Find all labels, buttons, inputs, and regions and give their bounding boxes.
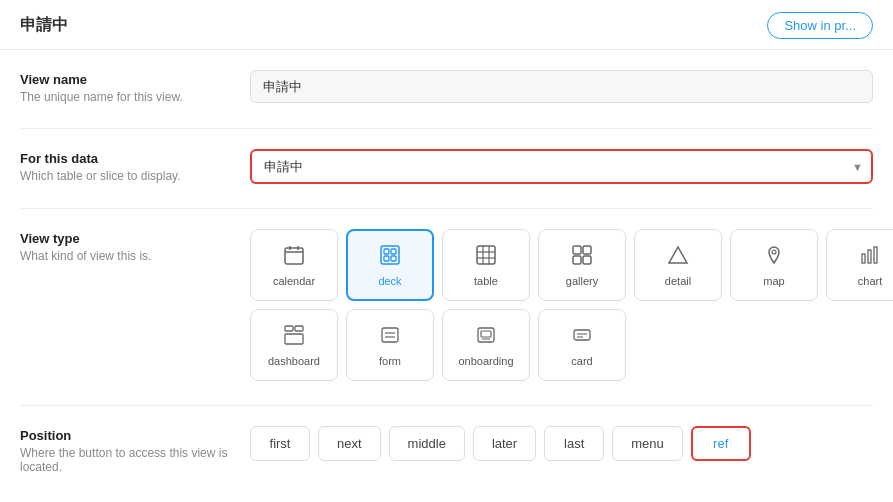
view-type-map-button[interactable]: map bbox=[730, 229, 818, 301]
svg-rect-17 bbox=[583, 256, 591, 264]
divider-3 bbox=[20, 405, 873, 406]
svg-rect-6 bbox=[391, 249, 396, 254]
view-type-deck-button[interactable]: deck bbox=[346, 229, 434, 301]
view-type-chart-button[interactable]: chart bbox=[826, 229, 893, 301]
detail-icon bbox=[667, 244, 689, 269]
content-area: View name The unique name for this view.… bbox=[0, 50, 893, 502]
map-label: map bbox=[763, 275, 784, 287]
position-desc: Where the button to access this view is … bbox=[20, 446, 250, 474]
svg-rect-30 bbox=[481, 331, 491, 337]
view-type-control: calendar deck table bbox=[250, 229, 893, 381]
chart-icon bbox=[859, 244, 881, 269]
calendar-icon bbox=[283, 244, 305, 269]
position-menu-button[interactable]: menu bbox=[612, 426, 683, 461]
view-type-card-button[interactable]: card bbox=[538, 309, 626, 381]
for-this-data-select-wrapper: 申請中 ▼ bbox=[250, 149, 873, 184]
svg-rect-0 bbox=[285, 248, 303, 264]
svg-rect-16 bbox=[573, 256, 581, 264]
onboarding-icon bbox=[475, 324, 497, 349]
svg-rect-5 bbox=[384, 249, 389, 254]
view-name-row: View name The unique name for this view. bbox=[20, 70, 873, 104]
svg-rect-4 bbox=[381, 246, 399, 264]
for-this-data-label: For this data bbox=[20, 151, 250, 166]
view-type-row: View type What kind of view this is. cal… bbox=[20, 229, 873, 381]
position-label-group: Position Where the button to access this… bbox=[20, 426, 250, 474]
position-next-button[interactable]: next bbox=[318, 426, 381, 461]
table-label: table bbox=[474, 275, 498, 287]
page-header: 申請中 Show in pr... bbox=[0, 0, 893, 50]
position-control: first next middle later last menu ref bbox=[250, 426, 873, 461]
svg-rect-23 bbox=[285, 326, 293, 331]
for-this-data-row: For this data Which table or slice to di… bbox=[20, 149, 873, 184]
form-icon bbox=[379, 324, 401, 349]
show-in-preview-button[interactable]: Show in pr... bbox=[767, 12, 873, 39]
view-type-calendar-button[interactable]: calendar bbox=[250, 229, 338, 301]
view-type-row-2: dashboard form onboarding bbox=[250, 309, 893, 381]
position-first-button[interactable]: first bbox=[250, 426, 310, 461]
svg-rect-29 bbox=[478, 328, 494, 342]
table-icon bbox=[475, 244, 497, 269]
view-name-desc: The unique name for this view. bbox=[20, 90, 250, 104]
position-row: Position Where the button to access this… bbox=[20, 426, 873, 474]
svg-rect-9 bbox=[477, 246, 495, 264]
svg-rect-20 bbox=[862, 254, 865, 263]
page-title: 申請中 bbox=[20, 15, 68, 36]
card-label: card bbox=[571, 355, 592, 367]
divider-1 bbox=[20, 128, 873, 129]
svg-rect-32 bbox=[574, 330, 590, 340]
view-type-dashboard-button[interactable]: dashboard bbox=[250, 309, 338, 381]
svg-rect-14 bbox=[573, 246, 581, 254]
position-last-button[interactable]: last bbox=[544, 426, 604, 461]
view-name-control bbox=[250, 70, 873, 103]
position-ref-button[interactable]: ref bbox=[691, 426, 751, 461]
detail-label: detail bbox=[665, 275, 691, 287]
position-middle-button[interactable]: middle bbox=[389, 426, 465, 461]
map-icon bbox=[763, 244, 785, 269]
form-label: form bbox=[379, 355, 401, 367]
view-type-onboarding-button[interactable]: onboarding bbox=[442, 309, 530, 381]
view-name-label: View name bbox=[20, 72, 250, 87]
svg-marker-18 bbox=[669, 247, 687, 263]
view-type-label: View type bbox=[20, 231, 250, 246]
dashboard-label: dashboard bbox=[268, 355, 320, 367]
svg-rect-21 bbox=[868, 250, 871, 263]
view-type-desc: What kind of view this is. bbox=[20, 249, 250, 263]
view-type-table-button[interactable]: table bbox=[442, 229, 530, 301]
svg-rect-26 bbox=[382, 328, 398, 342]
dashboard-icon bbox=[283, 324, 305, 349]
view-name-label-group: View name The unique name for this view. bbox=[20, 70, 250, 104]
chart-label: chart bbox=[858, 275, 882, 287]
gallery-icon bbox=[571, 244, 593, 269]
view-type-gallery-button[interactable]: gallery bbox=[538, 229, 626, 301]
position-later-button[interactable]: later bbox=[473, 426, 536, 461]
svg-point-19 bbox=[772, 250, 776, 254]
view-type-label-group: View type What kind of view this is. bbox=[20, 229, 250, 263]
svg-rect-25 bbox=[285, 334, 303, 344]
for-this-data-select[interactable]: 申請中 bbox=[250, 149, 873, 184]
position-options: first next middle later last menu ref bbox=[250, 426, 873, 461]
svg-rect-24 bbox=[295, 326, 303, 331]
view-type-grid: calendar deck table bbox=[250, 229, 893, 381]
divider-2 bbox=[20, 208, 873, 209]
calendar-label: calendar bbox=[273, 275, 315, 287]
deck-icon bbox=[379, 244, 401, 269]
for-this-data-label-group: For this data Which table or slice to di… bbox=[20, 149, 250, 183]
svg-rect-22 bbox=[874, 247, 877, 263]
view-type-form-button[interactable]: form bbox=[346, 309, 434, 381]
gallery-label: gallery bbox=[566, 275, 598, 287]
card-icon bbox=[571, 324, 593, 349]
svg-rect-7 bbox=[384, 256, 389, 261]
deck-label: deck bbox=[378, 275, 401, 287]
svg-rect-15 bbox=[583, 246, 591, 254]
for-this-data-desc: Which table or slice to display. bbox=[20, 169, 250, 183]
onboarding-label: onboarding bbox=[458, 355, 513, 367]
view-type-detail-button[interactable]: detail bbox=[634, 229, 722, 301]
view-name-input[interactable] bbox=[250, 70, 873, 103]
view-type-row-1: calendar deck table bbox=[250, 229, 893, 301]
position-label: Position bbox=[20, 428, 250, 443]
svg-rect-8 bbox=[391, 256, 396, 261]
for-this-data-control: 申請中 ▼ bbox=[250, 149, 873, 184]
